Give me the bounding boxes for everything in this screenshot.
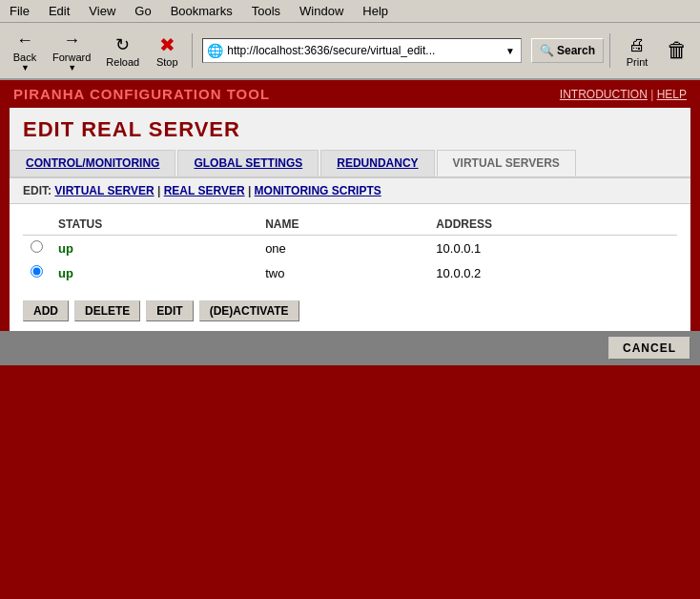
trash-icon: 🗑 (667, 38, 688, 63)
header-links: INTRODUCTION | HELP (560, 88, 687, 101)
col-address: ADDRESS (428, 214, 677, 236)
tab-redundancy[interactable]: REDUNDANCY (320, 150, 434, 176)
brand-name: PIRANHA (13, 86, 85, 102)
edit-prefix: EDIT: (23, 184, 51, 197)
breadcrumb-sep-2: | (248, 184, 255, 197)
menu-help[interactable]: Help (357, 2, 394, 20)
menu-go[interactable]: Go (129, 2, 156, 20)
help-link[interactable]: HELP (657, 88, 687, 101)
nav-tabs: CONTROL/MONITORING GLOBAL SETTINGS REDUN… (10, 150, 690, 178)
trash-button[interactable]: 🗑 (660, 35, 694, 66)
deactivate-button[interactable]: (DE)ACTIVATE (199, 300, 299, 321)
menu-edit[interactable]: Edit (43, 2, 75, 20)
row2-radio[interactable] (31, 265, 43, 278)
reload-button[interactable]: ↻ Reload (99, 31, 146, 71)
address-dropdown-icon[interactable]: ▼ (504, 46, 517, 56)
page-title: EDIT REAL SERVER (23, 117, 677, 142)
col-name: NAME (257, 214, 428, 236)
breadcrumb-virtual-server[interactable]: VIRTUAL SERVER (54, 184, 154, 197)
menu-view[interactable]: View (83, 2, 121, 20)
address-text: http://localhost:3636/secure/virtual_edi… (227, 44, 504, 57)
table-row: up two 10.0.0.2 (23, 260, 677, 285)
table-area: STATUS NAME ADDRESS up one 10.0.0.1 (10, 204, 690, 295)
cancel-button[interactable]: CANCEL (608, 337, 690, 360)
row1-address: 10.0.0.1 (428, 236, 677, 261)
add-button[interactable]: ADD (23, 300, 69, 321)
back-icon: ← (13, 29, 36, 52)
reload-label: Reload (106, 56, 139, 68)
print-label: Print (627, 56, 649, 68)
edit-button[interactable]: EDIT (146, 300, 193, 321)
forward-button[interactable]: → Forward ▼ (46, 26, 97, 75)
menu-tools[interactable]: Tools (246, 2, 286, 20)
col-status: STATUS (51, 214, 257, 236)
menu-window[interactable]: Window (294, 2, 349, 20)
page-content: EDIT REAL SERVER CONTROL/MONITORING GLOB… (10, 108, 690, 331)
address-bar[interactable]: 🌐 http://localhost:3636/secure/virtual_e… (202, 38, 522, 63)
tab-control-monitoring[interactable]: CONTROL/MONITORING (10, 150, 175, 176)
stop-label: Stop (156, 56, 178, 68)
toolbar-separator (192, 33, 193, 68)
app-header: PIRANHA CONFIGURATION TOOL INTRODUCTION … (0, 80, 700, 108)
app-title-text: CONFIGURATION TOOL (85, 86, 270, 102)
row2-radio-cell (23, 260, 51, 285)
search-label: Search (557, 44, 595, 57)
row1-radio-cell (23, 236, 51, 261)
forward-label: Forward (52, 52, 91, 63)
row1-name: one (257, 236, 428, 261)
tab-global-settings[interactable]: GLOBAL SETTINGS (177, 150, 319, 176)
toolbar-separator-2 (609, 33, 610, 68)
row2-name: two (257, 260, 428, 285)
edit-breadcrumb: EDIT: VIRTUAL SERVER | REAL SERVER | MON… (10, 178, 690, 204)
toolbar: ← Back ▼ → Forward ▼ ↻ Reload ✖ Stop 🌐 h… (0, 23, 700, 80)
introduction-link[interactable]: INTRODUCTION (560, 88, 648, 101)
stop-button[interactable]: ✖ Stop (148, 31, 186, 71)
menu-bookmarks[interactable]: Bookmarks (165, 2, 238, 20)
bottom-area (0, 365, 700, 518)
table-row: up one 10.0.0.1 (23, 236, 677, 261)
print-button[interactable]: 🖨 Print (616, 31, 658, 71)
row1-radio[interactable] (31, 240, 43, 253)
action-bar: ADD DELETE EDIT (DE)ACTIVATE (10, 295, 690, 331)
server-table: STATUS NAME ADDRESS up one 10.0.0.1 (23, 214, 677, 285)
forward-arrow-icon: ▼ (68, 63, 76, 72)
breadcrumb-sep-1: | (157, 184, 164, 197)
breadcrumb-real-server[interactable]: REAL SERVER (164, 184, 245, 197)
breadcrumb-monitoring-scripts[interactable]: MONITORING SCRIPTS (255, 184, 381, 197)
reload-icon: ↻ (112, 33, 134, 56)
stop-icon: ✖ (155, 33, 178, 56)
delete-button[interactable]: DELETE (74, 300, 140, 321)
browser-content: PIRANHA CONFIGURATION TOOL INTRODUCTION … (0, 80, 700, 599)
col-radio (23, 214, 51, 236)
search-button[interactable]: 🔍 Search (531, 38, 604, 63)
page-title-bar: EDIT REAL SERVER (10, 108, 690, 150)
address-icon: 🌐 (207, 43, 223, 58)
tab-virtual-servers[interactable]: VIRTUAL SERVERS (437, 150, 576, 176)
row1-status: up (51, 236, 257, 261)
row2-address: 10.0.0.2 (428, 260, 677, 285)
app-title: PIRANHA CONFIGURATION TOOL (13, 86, 270, 102)
search-icon: 🔍 (540, 44, 554, 57)
back-button[interactable]: ← Back ▼ (6, 26, 44, 75)
print-icon: 🖨 (626, 33, 649, 56)
forward-icon: → (60, 29, 83, 52)
menu-bar: File Edit View Go Bookmarks Tools Window… (0, 0, 700, 23)
menu-file[interactable]: File (4, 2, 35, 20)
footer-bar: CANCEL (0, 331, 700, 365)
back-arrow-icon: ▼ (21, 63, 30, 72)
back-label: Back (13, 52, 36, 63)
row2-status: up (51, 260, 257, 285)
